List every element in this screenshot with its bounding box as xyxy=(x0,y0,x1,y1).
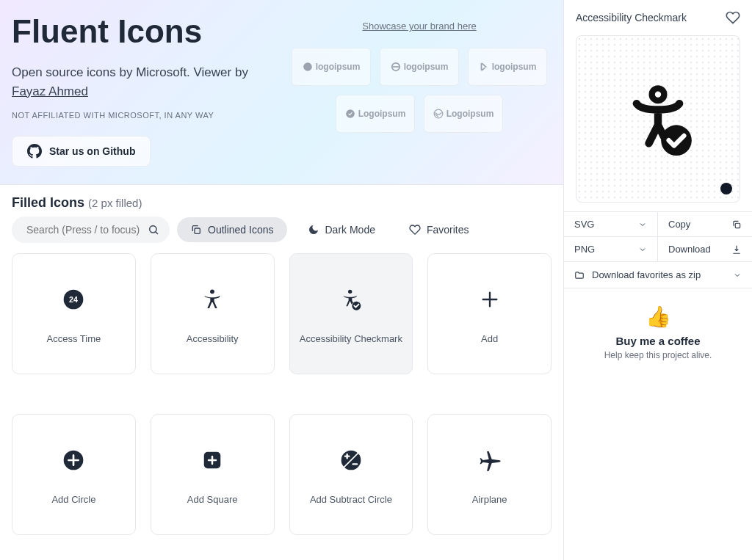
chevron-down-icon xyxy=(733,271,742,280)
copy-button[interactable]: Copy xyxy=(658,212,752,236)
sponsor-logo[interactable]: logoipsum xyxy=(292,48,371,86)
airplane-icon xyxy=(478,448,502,472)
icon-tile-label: Airplane xyxy=(472,494,507,515)
svg-text:24: 24 xyxy=(69,295,78,304)
svg-rect-5 xyxy=(195,228,200,233)
icon-tile-label: Add xyxy=(481,333,498,354)
selected-icon-name: Accessibility Checkmark xyxy=(576,12,687,23)
icon-tile-access-time[interactable]: 24Access Time xyxy=(12,253,136,374)
accessibility-icon xyxy=(200,288,224,311)
donate-title: Buy me a coffee xyxy=(576,335,740,347)
sponsor-logo[interactable]: logoipsum xyxy=(380,48,459,86)
page-subtitle: Open source icons by Microsoft. Viewer b… xyxy=(12,63,254,101)
svg-point-4 xyxy=(150,226,156,233)
page-title: Fluent Icons xyxy=(12,13,280,50)
icon-tile-label: Add Square xyxy=(187,494,238,515)
download-button[interactable]: Download xyxy=(658,237,752,261)
accessibility-checkmark-icon xyxy=(339,288,363,311)
github-star-button[interactable]: Star us on Github xyxy=(12,136,151,167)
dark-mode-toggle[interactable]: Dark Mode xyxy=(294,217,388,242)
github-icon xyxy=(27,144,42,159)
sponsor-logo[interactable]: logoipsum xyxy=(468,48,547,86)
svg-point-8 xyxy=(210,289,214,294)
icon-tile-add-square[interactable]: Add Square xyxy=(151,414,275,535)
icon-tile-add-circle[interactable]: Add Circle xyxy=(12,414,136,535)
add-subtract-circle-icon xyxy=(339,448,363,472)
add-circle-icon xyxy=(62,448,85,472)
icon-tile-label: Access Time xyxy=(47,333,101,354)
icon-preview xyxy=(576,35,740,203)
format-select-svg[interactable]: SVG xyxy=(564,212,658,236)
search-icon xyxy=(148,224,159,236)
icon-tile-airplane[interactable]: Airplane xyxy=(427,414,552,535)
section-heading: Filled Icons (2 px filled) xyxy=(0,184,563,217)
search-input[interactable] xyxy=(12,217,170,243)
donate-subtitle: Help keep this project alive. xyxy=(576,350,740,360)
format-select-png[interactable]: PNG xyxy=(564,237,658,261)
author-link[interactable]: Fayaz Ahmed xyxy=(12,84,88,98)
icon-tile-label: Accessibility Checkmark xyxy=(300,333,402,354)
add-icon xyxy=(478,288,502,311)
icon-tile-add[interactable]: Add xyxy=(427,253,552,374)
svg-point-9 xyxy=(348,290,352,294)
folder-icon xyxy=(574,270,585,280)
hero-banner: Fluent Icons Open source icons by Micros… xyxy=(0,0,563,184)
svg-rect-16 xyxy=(735,223,740,228)
svg-point-14 xyxy=(652,88,665,101)
icon-tile-accessibility[interactable]: Accessibility xyxy=(151,253,275,374)
heart-icon xyxy=(409,224,421,236)
icon-tile-label: Add Subtract Circle xyxy=(310,494,392,515)
accessibility-checkmark-icon xyxy=(621,82,695,156)
add-square-icon xyxy=(200,448,224,472)
affiliation-note: NOT AFFILIATED WITH MICROSOFT, IN ANY WA… xyxy=(12,111,280,120)
chevron-down-icon xyxy=(638,245,647,254)
download-icon xyxy=(731,244,742,255)
moon-icon xyxy=(308,224,319,236)
sponsor-grid: logoipsum logoipsum logoipsum Logoipsum … xyxy=(287,48,552,133)
svg-point-2 xyxy=(346,109,355,118)
copy-icon xyxy=(731,219,742,230)
github-star-label: Star us on Github xyxy=(49,145,135,157)
icon-grid: 24Access TimeAccessibilityAccessibility … xyxy=(0,253,563,560)
icon-tile-add-subtract-circle[interactable]: Add Subtract Circle xyxy=(289,414,413,535)
showcase-link[interactable]: Showcase your brand here xyxy=(287,21,552,32)
sponsor-logo[interactable]: Logoipsum xyxy=(336,95,415,133)
chevron-down-icon xyxy=(638,220,647,229)
outlined-icons-toggle[interactable]: Outlined Icons xyxy=(177,217,287,242)
copy-icon xyxy=(190,224,202,236)
thumbs-up-icon: 👍 xyxy=(576,305,740,329)
svg-point-0 xyxy=(303,62,312,71)
toolbar: Outlined Icons Dark Mode Favorites xyxy=(0,217,563,253)
download-zip-button[interactable]: Download favorites as zip xyxy=(564,261,752,288)
favorites-toggle[interactable]: Favorites xyxy=(396,217,482,242)
icon-tile-label: Add Circle xyxy=(51,494,95,515)
favorite-button[interactable] xyxy=(726,10,740,25)
donate-section[interactable]: 👍 Buy me a coffee Help keep this project… xyxy=(564,288,752,377)
icon-tile-label: Accessibility xyxy=(187,333,239,354)
sponsor-logo[interactable]: Logoipsum xyxy=(424,95,503,133)
icon-tile-accessibility-checkmark[interactable]: Accessibility Checkmark xyxy=(289,253,413,374)
sidebar: Accessibility Checkmark SVG Copy PNG Dow… xyxy=(563,0,752,560)
color-picker-button[interactable] xyxy=(720,183,732,194)
access-time-icon: 24 xyxy=(62,288,85,311)
